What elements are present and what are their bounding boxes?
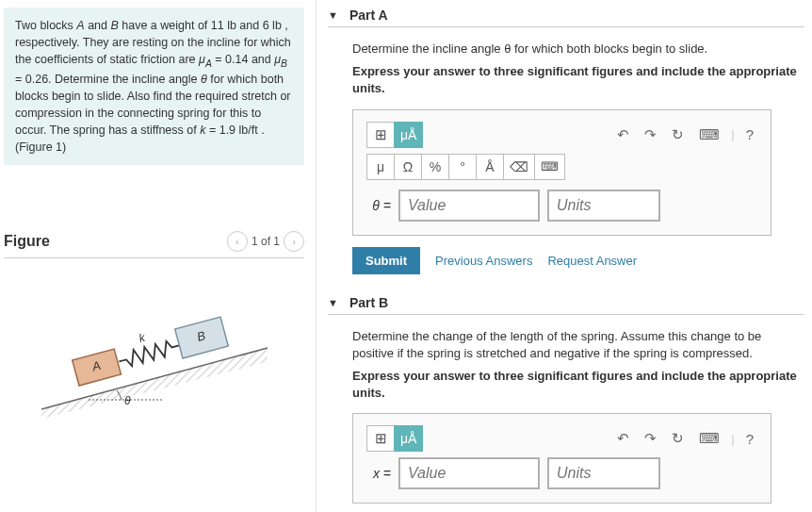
part-b-value-input[interactable] xyxy=(398,457,540,489)
figure-title: Figure xyxy=(4,233,50,250)
keyboard-button[interactable]: ⌨ xyxy=(695,428,723,449)
theta-label: θ xyxy=(124,394,131,407)
templates-icon: ⊞ xyxy=(375,430,387,447)
part-b: ▼ Part B Determine the change of the len… xyxy=(328,295,804,504)
redo-button[interactable]: ↷ xyxy=(641,428,660,449)
undo-button[interactable]: ↶ xyxy=(613,124,633,145)
reset-button[interactable]: ↻ xyxy=(668,124,688,145)
reset-button[interactable]: ↻ xyxy=(668,428,688,449)
part-a-format: Express your answer to three significant… xyxy=(352,63,804,97)
part-a-symbol: θ = xyxy=(366,198,391,213)
collapse-icon[interactable]: ▼ xyxy=(328,297,338,308)
undo-button[interactable]: ↶ xyxy=(613,428,633,449)
part-a-units-input[interactable] xyxy=(547,190,660,222)
templates-icon: ⊞ xyxy=(375,126,387,143)
figure-pager: ‹ 1 of 1 › xyxy=(227,231,304,252)
degree-button[interactable]: ° xyxy=(448,154,477,180)
part-a-request-answer-link[interactable]: Request Answer xyxy=(547,254,637,268)
left-column: Two blocks A and B have a weight of 11 l… xyxy=(0,0,316,512)
part-a-submit-button[interactable]: Submit xyxy=(352,247,420,274)
angstrom-button[interactable]: Å xyxy=(476,154,504,180)
part-a-answer-box: ⊞ μÅ ↶ ↷ ↻ ⌨ | ? μ xyxy=(352,109,771,236)
templates-button[interactable]: ⊞ xyxy=(366,425,395,452)
part-b-units-input[interactable] xyxy=(547,457,660,489)
figure-prev-button[interactable]: ‹ xyxy=(227,231,248,252)
part-b-answer-box: ⊞ μÅ ↶ ↷ ↻ ⌨ | ? x = xyxy=(352,413,771,504)
templates-button[interactable]: ⊞ xyxy=(366,122,395,148)
part-a-title: Part A xyxy=(349,8,388,23)
keyboard-button[interactable]: ⌨ xyxy=(695,124,723,145)
help-button[interactable]: ? xyxy=(742,124,757,144)
right-column: ▼ Part A Determine the incline angle θ f… xyxy=(316,0,812,512)
units-mode-button[interactable]: μÅ xyxy=(394,425,423,452)
figure-image: θ A k B xyxy=(4,296,304,419)
part-a-previous-answers-link[interactable]: Previous Answers xyxy=(435,254,532,268)
collapse-icon[interactable]: ▼ xyxy=(328,9,338,21)
figure-section: Figure ‹ 1 of 1 › xyxy=(4,231,304,419)
spring-k-label: k xyxy=(137,331,146,345)
part-b-format: Express your answer to three significant… xyxy=(352,368,804,402)
percent-button[interactable]: % xyxy=(421,154,449,180)
part-a-prompt: Determine the incline angle θ for which … xyxy=(352,41,804,58)
part-b-prompt: Determine the change of the length of th… xyxy=(352,328,804,362)
part-b-symbol: x = xyxy=(366,466,391,481)
part-b-title: Part B xyxy=(349,295,388,310)
redo-button[interactable]: ↷ xyxy=(641,124,660,145)
problem-statement: Two blocks A and B have a weight of 11 l… xyxy=(4,8,304,165)
units-mode-button[interactable]: μÅ xyxy=(394,122,423,148)
keyboard2-button[interactable]: ⌨ xyxy=(534,154,565,180)
help-button[interactable]: ? xyxy=(742,429,757,449)
figure-page-indicator: 1 of 1 xyxy=(252,235,280,248)
mu-button[interactable]: μ xyxy=(366,154,395,180)
part-a-value-input[interactable] xyxy=(398,190,540,222)
backspace-button[interactable]: ⌫ xyxy=(503,154,535,180)
part-a: ▼ Part A Determine the incline angle θ f… xyxy=(328,8,804,274)
figure-next-button[interactable]: › xyxy=(284,231,304,252)
omega-button[interactable]: Ω xyxy=(394,154,422,180)
